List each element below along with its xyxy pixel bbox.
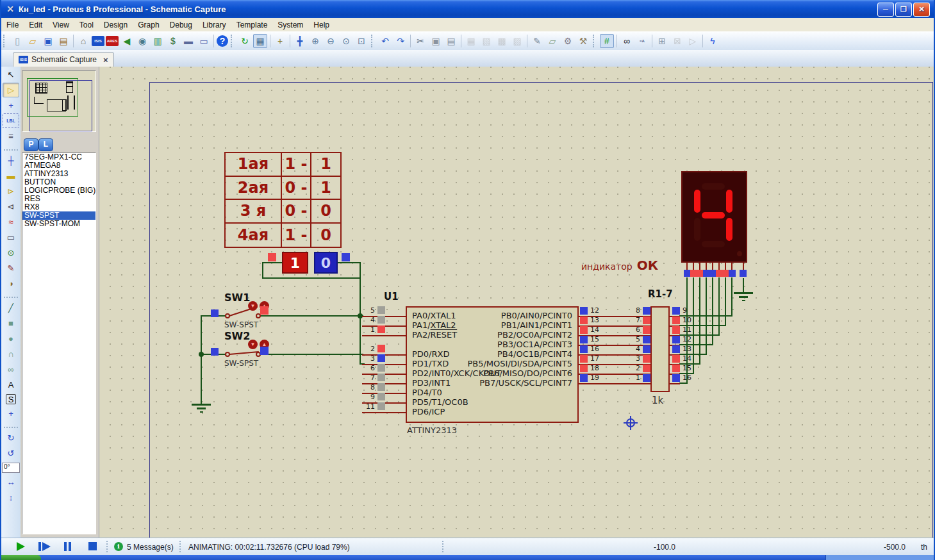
annotation-word: индикатор [581, 261, 633, 272]
maximize-button[interactable]: ❐ [895, 3, 912, 17]
zoom-extents-icon[interactable]: ⊙ [339, 34, 353, 48]
2d-line-mode[interactable]: ╱ [3, 301, 19, 315]
menu-graph[interactable]: Graph [133, 19, 164, 31]
close-button[interactable]: ✕ [913, 3, 930, 17]
new-sheet-icon[interactable]: ⊞ [655, 34, 669, 48]
redo-icon[interactable]: ↷ [393, 34, 408, 48]
tab-schematic-capture[interactable]: ISIS Schematic Capture × [13, 52, 114, 67]
pan-icon[interactable]: ╋ [293, 34, 307, 48]
tab-close-icon[interactable]: × [103, 55, 108, 65]
minimize-button[interactable]: ─ [877, 3, 894, 17]
status-separator [442, 541, 446, 552]
switch-toggle-down-icon[interactable]: ▼ [248, 340, 258, 349]
toggle-grid-icon[interactable]: ▦ [253, 34, 267, 48]
2d-path-mode[interactable]: ∞ [3, 362, 19, 377]
flip-vertical[interactable]: ↕ [3, 490, 19, 505]
menu-design[interactable]: Design [99, 19, 133, 31]
project-notes-icon[interactable]: ▭ [197, 34, 211, 48]
2d-text-mode[interactable]: A [3, 377, 19, 392]
help-icon[interactable]: ? [217, 35, 228, 47]
copy-icon[interactable]: ▣ [429, 34, 443, 48]
menu-library[interactable]: Library [197, 19, 231, 31]
2d-marker-mode[interactable]: + [3, 406, 19, 421]
pin-indicator [672, 365, 680, 372]
selection-mode[interactable]: ↖ [3, 67, 19, 82]
tape-recorder-mode[interactable]: ▭ [3, 230, 19, 245]
gerber-viewer-icon[interactable]: ◉ [135, 34, 149, 48]
schematic-canvas[interactable]: 1ая1 -12ая0 -13 я0 -04ая1 -010SW1SW-SPST… [99, 67, 934, 538]
library-button[interactable]: L [38, 138, 53, 151]
close-project-icon[interactable]: ▤ [56, 34, 70, 48]
measurement-tool-icon[interactable]: ▬ [181, 34, 195, 48]
menu-help[interactable]: Help [308, 19, 335, 31]
bill-of-materials-icon[interactable]: $ [166, 34, 180, 48]
menu-file[interactable]: File [1, 19, 24, 31]
property-assignment-tool-icon[interactable]: =A [635, 34, 649, 48]
new-project-icon[interactable]: ▯ [10, 34, 24, 48]
stop-button[interactable] [88, 542, 97, 550]
current-probe-mode[interactable]: ◑ [3, 276, 19, 291]
subcircuit-mode[interactable]: ▬ [3, 169, 19, 183]
menu-view[interactable]: View [47, 19, 74, 31]
save-project-icon[interactable]: ▣ [41, 34, 55, 48]
rotate-anticlockwise[interactable]: ↺ [3, 446, 19, 461]
search-and-tag-icon[interactable]: ∞ [620, 34, 634, 48]
segment-c [726, 218, 732, 241]
wire-autorouter-icon[interactable]: # [600, 34, 614, 48]
paste-icon[interactable]: ▤ [444, 34, 458, 48]
resistor-network-body[interactable] [650, 306, 670, 392]
flip-horizontal[interactable]: ↔ [3, 475, 19, 490]
rotation-angle-field[interactable]: 0° [2, 463, 20, 473]
junction-dot-mode[interactable]: + [3, 98, 19, 113]
zoom-out-icon[interactable]: ⊖ [324, 34, 338, 48]
text-script-mode[interactable]: ≡ [3, 129, 19, 144]
switch-toggle-down-icon[interactable]: ▼ [248, 301, 258, 311]
3d-visualizer-icon[interactable]: ◀ [120, 34, 134, 48]
graph-mode[interactable]: ≈ [3, 215, 19, 229]
2d-arc-mode[interactable]: ∩ [3, 347, 19, 361]
make-device-icon[interactable]: ⚒ [576, 34, 590, 48]
find-and-edit-icon[interactable]: ✎ [530, 34, 544, 48]
zoom-area-icon[interactable]: ⊡ [354, 34, 368, 48]
zoom-in-icon[interactable]: ⊕ [308, 34, 322, 48]
menu-edit[interactable]: Edit [24, 19, 47, 31]
info-icon[interactable]: i [114, 542, 123, 551]
rotate-clockwise[interactable]: ↻ [3, 431, 19, 445]
segment-a [702, 183, 725, 190]
2d-symbol-mode[interactable]: S [6, 394, 16, 404]
message-count[interactable]: 5 Message(s) [127, 543, 174, 552]
pick-devices-button[interactable]: P [24, 138, 38, 151]
pcb-layout-icon[interactable]: ARES [106, 36, 119, 46]
start-button-sliver[interactable] [1, 555, 41, 560]
design-explorer-icon[interactable]: ▥ [151, 34, 165, 48]
menu-template[interactable]: Template [231, 19, 273, 31]
terminals-mode[interactable]: ⊳ [3, 184, 19, 199]
origin-icon[interactable]: + [273, 34, 287, 48]
redraw-icon[interactable]: ↻ [238, 34, 252, 48]
schematic-capture-icon[interactable]: ISIS [92, 36, 104, 46]
electrical-rules-check-icon[interactable]: ϟ [706, 34, 720, 48]
undo-icon[interactable]: ↶ [378, 34, 392, 48]
buses-mode[interactable]: ┼ [3, 153, 19, 168]
menu-system[interactable]: System [272, 19, 308, 31]
pin-indicator [377, 374, 385, 381]
home-page-icon[interactable]: ⌂ [76, 34, 90, 48]
wire-label-mode[interactable]: LBL [3, 113, 19, 128]
generator-mode[interactable]: ⊙ [3, 245, 19, 260]
pin-indicator [672, 345, 680, 353]
open-project-icon[interactable]: ▱ [26, 34, 40, 48]
device-pins-mode[interactable]: ⊲ [3, 199, 19, 214]
schematic-overview-preview[interactable] [22, 70, 96, 132]
title-bar[interactable]: ✕ Кн_led - Proteus 8 Professional - Sche… [1, 0, 934, 18]
play-button[interactable] [17, 542, 25, 551]
packaging-tool-icon[interactable]: ⚙ [561, 34, 575, 48]
component-mode[interactable]: ▷ [3, 83, 19, 97]
2d-box-mode[interactable]: ■ [3, 316, 19, 331]
cut-icon[interactable]: ✂ [413, 34, 427, 48]
menu-tool[interactable]: Tool [74, 19, 99, 31]
device-list-item[interactable]: SW-SPST-MOM [22, 220, 95, 228]
edit-component-icon[interactable]: ▱ [545, 34, 559, 48]
voltage-probe-mode[interactable]: ✎ [3, 261, 19, 276]
menu-debug[interactable]: Debug [165, 19, 197, 31]
2d-circle-mode[interactable]: ● [3, 331, 19, 346]
